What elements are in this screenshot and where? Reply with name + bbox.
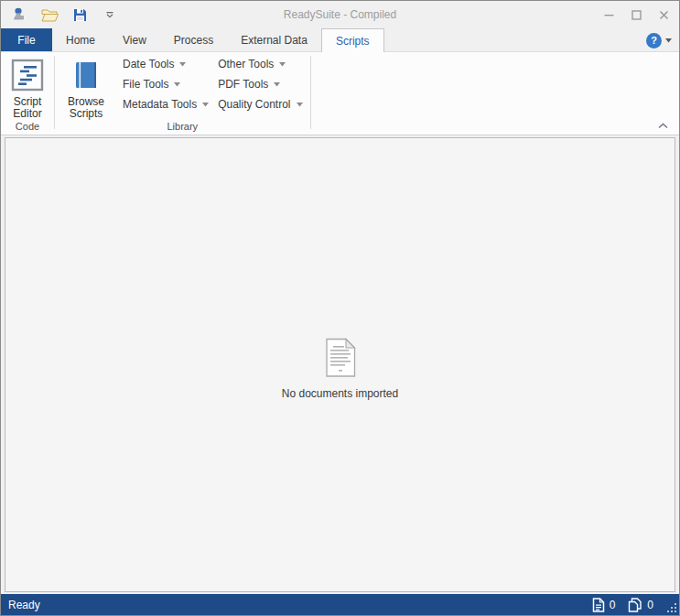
status-counters: 0 0 — [579, 598, 653, 612]
group-separator — [310, 56, 311, 129]
browse-scripts-book-icon — [75, 57, 97, 93]
document-counter: 0 — [592, 598, 616, 612]
other-tools-dropdown[interactable]: Other Tools — [216, 54, 309, 74]
dropdown-caret-icon — [174, 82, 180, 87]
file-tools-label: File Tools — [123, 78, 168, 91]
page-counter: 0 — [628, 598, 653, 612]
pdf-tools-label: PDF Tools — [218, 78, 268, 91]
minimize-icon[interactable] — [602, 8, 615, 21]
window-controls — [602, 1, 670, 28]
empty-document-icon — [324, 338, 357, 378]
empty-state-message: No documents imported — [282, 387, 398, 400]
group-label-code: Code — [1, 121, 54, 132]
dropdown-caret-icon — [202, 103, 209, 107]
help-caret-icon[interactable] — [665, 38, 672, 43]
quality-control-dropdown[interactable]: Quality Control — [216, 94, 309, 114]
dropdown-caret-icon — [279, 62, 286, 67]
file-tools-dropdown[interactable]: File Tools — [121, 74, 216, 94]
script-editor-button[interactable]: Script Editor — [1, 52, 54, 120]
quality-control-label: Quality Control — [218, 98, 290, 111]
ribbon-collapse-chevron-icon[interactable] — [655, 120, 670, 131]
resize-grip-icon[interactable] — [666, 602, 677, 613]
ribbon: Script Editor Code Browse Scripts Date T… — [1, 52, 679, 135]
document-count-icon — [592, 598, 605, 612]
pdf-tools-dropdown[interactable]: PDF Tools — [216, 74, 309, 94]
help-icon[interactable]: ? — [646, 33, 662, 49]
dropdown-caret-icon — [274, 82, 280, 87]
ribbon-group-code: Script Editor Code — [1, 52, 54, 135]
app-window: ReadySuite - Compiled File Home View Pro… — [0, 0, 680, 616]
maximize-icon[interactable] — [630, 8, 642, 21]
close-icon[interactable] — [657, 8, 670, 21]
tab-home[interactable]: Home — [52, 28, 109, 51]
script-editor-label: Script Editor — [3, 96, 52, 120]
other-tools-label: Other Tools — [218, 58, 274, 70]
date-tools-dropdown[interactable]: Date Tools — [121, 54, 216, 74]
metadata-tools-label: Metadata Tools — [123, 98, 197, 111]
window-title: ReadySuite - Compiled — [1, 1, 679, 28]
title-bar: ReadySuite - Compiled — [1, 1, 679, 28]
help-area: ? — [646, 28, 672, 52]
tab-file[interactable]: File — [1, 28, 52, 51]
script-editor-icon — [10, 57, 45, 93]
dropdown-caret-icon — [179, 62, 186, 67]
ribbon-tab-bar: File Home View Process External Data Scr… — [1, 28, 679, 52]
metadata-tools-dropdown[interactable]: Metadata Tools — [121, 94, 216, 114]
date-tools-label: Date Tools — [123, 58, 174, 70]
status-text: Ready — [8, 599, 40, 611]
page-count: 0 — [647, 599, 653, 611]
document-area: No documents imported — [5, 137, 675, 592]
browse-scripts-label: Browse Scripts — [61, 96, 111, 120]
document-count: 0 — [610, 599, 616, 611]
dropdown-caret-icon — [297, 103, 303, 107]
tab-process[interactable]: Process — [160, 28, 227, 51]
tab-scripts[interactable]: Scripts — [321, 28, 384, 52]
tab-external-data[interactable]: External Data — [227, 28, 321, 51]
page-count-icon — [628, 598, 642, 612]
ribbon-group-library: Browse Scripts Date Tools File Tools Met… — [55, 52, 310, 135]
empty-state: No documents imported — [282, 338, 398, 400]
group-label-library: Library — [55, 121, 310, 132]
status-bar: Ready 0 0 — [1, 594, 679, 615]
tab-view[interactable]: View — [109, 28, 160, 51]
